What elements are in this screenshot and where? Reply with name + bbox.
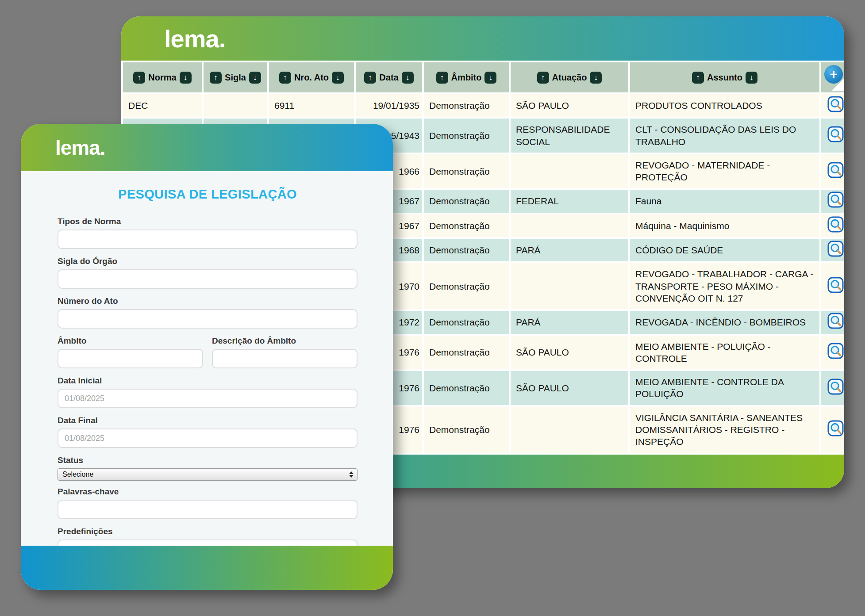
view-record-button[interactable] xyxy=(827,162,844,178)
field-status: Status Selecione xyxy=(58,455,358,481)
page-title: PESQUISA DE LEGISLAÇÃO xyxy=(58,187,358,202)
cell-assunto: Máquina - Maquinismo xyxy=(630,214,819,237)
cell-ambito: Demonstração xyxy=(424,239,509,261)
cell-actions xyxy=(821,407,844,453)
sort-ascending-icon[interactable]: ↑ xyxy=(537,72,549,84)
cell-actions xyxy=(821,239,844,261)
cell-ambito: Demonstração xyxy=(424,214,509,237)
field-predefinicoes: Predefinições xyxy=(58,527,358,546)
cell-ambito: Demonstração xyxy=(424,407,509,453)
cell-ambito: Demonstração xyxy=(424,94,509,117)
magnifier-icon xyxy=(827,420,844,436)
numero-do-ato-input[interactable] xyxy=(58,309,358,329)
sort-ascending-icon[interactable]: ↑ xyxy=(279,72,291,84)
cell-ambito: Demonstração xyxy=(424,263,509,309)
column-label: Nro. Ato xyxy=(294,73,329,83)
lema-logo: lema. xyxy=(55,136,105,160)
view-record-button[interactable] xyxy=(827,277,844,293)
data-inicial-input[interactable] xyxy=(58,389,358,408)
view-record-button[interactable] xyxy=(827,379,844,395)
column-label: Assunto xyxy=(707,73,742,83)
cell-data: 19/01/1935 xyxy=(356,94,422,117)
cell-atuacao: PARÁ xyxy=(511,239,628,261)
column-header-atua-o: ↑Atuação↓ xyxy=(511,62,628,92)
search-header-bar: lema. xyxy=(21,124,393,171)
cell-atuacao: FEDERAL xyxy=(511,190,628,212)
lema-logo: lema. xyxy=(164,24,225,53)
field-palavras-chave: Palavras-chave xyxy=(58,487,358,519)
sort-descending-icon[interactable]: ↓ xyxy=(484,72,496,84)
data-final-input[interactable] xyxy=(58,429,358,448)
sort-descending-icon[interactable]: ↓ xyxy=(332,72,344,84)
cell-assunto: MEIO AMBIENTE - POLUIÇÃO - CONTROLE xyxy=(630,336,819,370)
sigla-do-orgao-label: Sigla do Órgão xyxy=(58,256,358,266)
tipos-de-norma-input[interactable] xyxy=(58,230,358,249)
cell-atuacao: RESPONSABILIDADE SOCIAL xyxy=(511,119,628,153)
sort-descending-icon[interactable]: ↓ xyxy=(249,72,261,84)
view-record-button[interactable] xyxy=(827,313,844,329)
cell-assunto: CLT - CONSOLIDAÇÃO DAS LEIS DO TRABALHO xyxy=(630,119,819,153)
cell-atuacao xyxy=(511,263,628,309)
sort-descending-icon[interactable]: ↓ xyxy=(746,72,757,84)
column-header-actions: + xyxy=(821,62,844,92)
status-selected-value: Selecione xyxy=(62,471,93,478)
field-row-ambito: Âmbito Descrição do Âmbito xyxy=(58,336,358,376)
sort-ascending-icon[interactable]: ↑ xyxy=(364,72,376,84)
table-header-row: ↑Norma↓↑Sigla↓↑Nro. Ato↓↑Data↓↑Âmbito↓↑A… xyxy=(123,62,844,92)
view-record-button[interactable] xyxy=(827,191,844,208)
view-record-button[interactable] xyxy=(827,216,844,233)
cell-ambito: Demonstração xyxy=(424,311,509,333)
sort-descending-icon[interactable]: ↓ xyxy=(590,72,602,84)
tipos-de-norma-label: Tipos de Norma xyxy=(58,217,358,226)
cell-norma: DEC xyxy=(123,94,202,117)
view-record-button[interactable] xyxy=(827,126,844,142)
view-record-button[interactable] xyxy=(827,96,844,112)
cell-actions xyxy=(821,371,844,405)
magnifier-icon xyxy=(827,313,844,329)
cell-atuacao: SÃO PAULO xyxy=(511,336,628,370)
sigla-do-orgao-input[interactable] xyxy=(58,269,358,289)
field-numero-do-ato: Número do Ato xyxy=(58,296,358,329)
cell-atuacao xyxy=(511,154,628,188)
cell-actions xyxy=(821,190,844,212)
sort-ascending-icon[interactable]: ↑ xyxy=(133,72,145,84)
view-record-button[interactable] xyxy=(827,241,844,257)
field-data-final: Data Final xyxy=(58,416,358,448)
plus-icon: + xyxy=(824,65,843,84)
search-form: PESQUISA DE LEGISLAÇÃO Tipos de Norma Si… xyxy=(21,171,393,546)
cell-assunto: REVOGADA - INCÊNDIO - BOMBEIROS xyxy=(630,311,819,333)
descricao-do-ambito-label: Descrição do Âmbito xyxy=(212,336,358,346)
magnifier-icon xyxy=(827,277,844,293)
column-header-nro-ato: ↑Nro. Ato↓ xyxy=(269,62,354,92)
data-final-label: Data Final xyxy=(58,416,358,425)
field-tipos-de-norma: Tipos de Norma xyxy=(58,217,358,249)
field-data-inicial: Data Inicial xyxy=(58,376,358,408)
desktop-background: lema. ↑Norma↓↑Sigla↓↑Nro. Ato↓↑Data↓↑Âmb… xyxy=(0,0,865,616)
status-select[interactable]: Selecione xyxy=(58,468,358,481)
magnifier-icon xyxy=(827,162,844,178)
palavras-chave-label: Palavras-chave xyxy=(58,487,358,497)
status-label: Status xyxy=(58,455,358,465)
column-header-data: ↑Data↓ xyxy=(356,62,422,92)
column-header-norma: ↑Norma↓ xyxy=(123,62,202,92)
view-record-button[interactable] xyxy=(827,343,844,359)
table-row: DEC691119/01/1935DemonstraçãoSÃO PAULOPR… xyxy=(123,94,844,117)
field-ambito: Âmbito xyxy=(58,336,203,368)
sort-descending-icon[interactable]: ↓ xyxy=(180,72,192,84)
cell-actions xyxy=(821,336,844,370)
ambito-input[interactable] xyxy=(58,349,203,368)
ambito-label: Âmbito xyxy=(58,336,203,346)
palavras-chave-input[interactable] xyxy=(58,500,358,519)
sort-ascending-icon[interactable]: ↑ xyxy=(436,72,448,84)
descricao-do-ambito-input[interactable] xyxy=(212,349,358,368)
cell-actions xyxy=(821,263,844,309)
cell-ambito: Demonstração xyxy=(424,119,509,153)
sort-ascending-icon[interactable]: ↑ xyxy=(210,72,222,84)
sort-descending-icon[interactable]: ↓ xyxy=(402,72,414,84)
add-record-button[interactable]: + xyxy=(823,64,844,89)
predefinicoes-input[interactable] xyxy=(58,539,358,546)
magnifier-icon xyxy=(827,126,844,142)
column-header-sigla: ↑Sigla↓ xyxy=(204,62,267,92)
sort-ascending-icon[interactable]: ↑ xyxy=(692,72,704,84)
view-record-button[interactable] xyxy=(827,420,844,436)
